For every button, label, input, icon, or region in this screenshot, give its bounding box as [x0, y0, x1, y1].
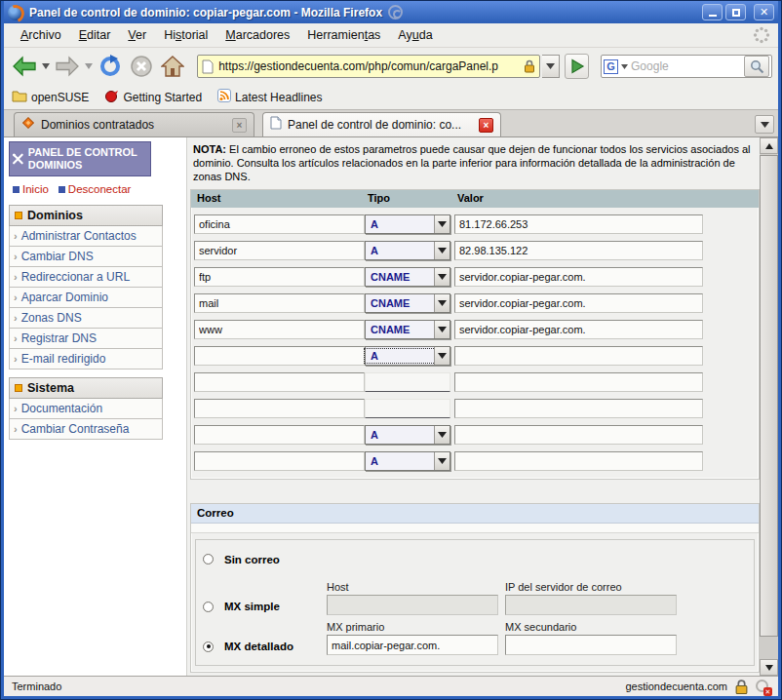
tipo-select[interactable]: A: [365, 346, 450, 366]
sidebar-item-cambiar-contrasena[interactable]: ›Cambiar Contraseña: [9, 419, 163, 440]
sidebar-item-administrar-contactos[interactable]: ›Administrar Contactos: [9, 226, 163, 247]
tipo-select[interactable]: A: [365, 214, 450, 234]
url-input[interactable]: [218, 59, 519, 73]
menu-ayuda[interactable]: Ayuda: [389, 25, 441, 45]
sidebar-item-cambiar-dns[interactable]: ›Cambiar DNS: [9, 247, 163, 267]
tab-panel-de-control-de-dominio-co[interactable]: Panel de control de dominio: co...×: [262, 112, 501, 136]
radio-sin-correo[interactable]: [203, 554, 214, 564]
tipo-select[interactable]: [365, 372, 450, 392]
radio-mx-simple[interactable]: [203, 602, 214, 612]
tipo-select[interactable]: CNAME: [365, 267, 450, 287]
search-box[interactable]: G: [601, 55, 772, 78]
host-input[interactable]: [194, 399, 365, 418]
radio-mx-detallado[interactable]: [203, 642, 214, 652]
valor-input[interactable]: [454, 372, 703, 392]
valor-input[interactable]: [454, 267, 703, 287]
tipo-select[interactable]: A: [365, 451, 450, 471]
site-error-icon[interactable]: ✕: [756, 680, 770, 694]
mx-secundario-input[interactable]: [505, 635, 677, 655]
valor-input[interactable]: [454, 451, 703, 471]
sidebar-item-email-redirigido[interactable]: ›E-mail redirigido: [9, 349, 163, 369]
tab-bar: Dominios contratados×Panel de control de…: [4, 110, 778, 137]
sidebar-section-header: Sistema: [9, 377, 163, 399]
scrollbar-thumb[interactable]: [760, 155, 778, 637]
valor-input[interactable]: [454, 425, 703, 445]
scroll-up-button[interactable]: [760, 137, 778, 154]
forward-button[interactable]: [53, 52, 82, 82]
scroll-down-button[interactable]: [760, 659, 778, 676]
host-input[interactable]: [194, 241, 365, 260]
chevron-right-icon: ›: [14, 403, 18, 414]
padlock-icon[interactable]: [735, 680, 748, 694]
tipo-select-value: CNAME: [366, 271, 434, 283]
bookmark-opensuse[interactable]: openSUSE: [12, 90, 89, 105]
menu-historial[interactable]: Historial: [155, 25, 216, 45]
host-input[interactable]: [194, 451, 365, 471]
forward-dropdown[interactable]: [84, 52, 93, 82]
field-label: MX primario: [327, 621, 505, 633]
tab-dominios-contratados[interactable]: Dominios contratados×: [14, 112, 254, 136]
stop-button[interactable]: [127, 52, 156, 82]
host-input[interactable]: [327, 595, 498, 615]
bookmark-latest-headlines[interactable]: Latest Headlines: [217, 89, 322, 105]
sidebar-item-redireccionar-a-url[interactable]: ›Redireccionar a URL: [9, 267, 163, 288]
maximize-icon: [732, 9, 740, 17]
tipo-select[interactable]: A: [365, 425, 450, 445]
tipo-select[interactable]: CNAME: [365, 320, 450, 339]
valor-input[interactable]: [454, 346, 703, 366]
menu-marcadores[interactable]: Marcadores: [216, 25, 298, 45]
reload-button[interactable]: [95, 52, 124, 82]
menubar: ArchivoEditarVerHistorialMarcadoresHerra…: [4, 23, 778, 48]
valor-input[interactable]: [454, 241, 703, 260]
url-bar[interactable]: [197, 55, 540, 78]
host-input[interactable]: [194, 293, 365, 313]
menu-herramientas[interactable]: Herramientas: [298, 25, 389, 45]
field-label: MX secundario: [505, 621, 684, 633]
sidebar-item-aparcar-dominio[interactable]: ›Aparcar Dominio: [9, 288, 163, 308]
go-button[interactable]: [565, 54, 589, 79]
correo-section-title: Correo: [191, 504, 759, 524]
tab-close-icon[interactable]: ×: [479, 118, 493, 133]
tipo-select[interactable]: CNAME: [365, 293, 450, 313]
sidebar-item-registrar-dns[interactable]: ›Registrar DNS: [9, 329, 163, 349]
home-button[interactable]: [158, 52, 187, 82]
host-input[interactable]: [194, 425, 365, 445]
sidebar-item-documentacion[interactable]: ›Documentación: [9, 399, 163, 419]
mx-primario-input[interactable]: [327, 635, 498, 655]
maximize-button[interactable]: [725, 4, 746, 20]
close-button[interactable]: ✕: [754, 4, 774, 20]
menu-editar[interactable]: Editar: [70, 25, 120, 45]
valor-input[interactable]: [454, 214, 703, 234]
bookmark-getting-started[interactable]: Getting Started: [104, 90, 202, 105]
back-button[interactable]: [10, 52, 39, 82]
vertical-scrollbar[interactable]: [760, 137, 778, 676]
search-button[interactable]: [744, 56, 769, 77]
ip-del-servidor-de-correo-input[interactable]: [505, 595, 677, 615]
host-input[interactable]: [194, 214, 365, 234]
sidebar-item-zonas-dns[interactable]: ›Zonas DNS: [9, 308, 163, 329]
tab-close-icon[interactable]: ×: [232, 118, 247, 133]
url-history-dropdown[interactable]: [542, 55, 560, 78]
sidebar-link-inicio[interactable]: Inicio: [13, 183, 49, 195]
sidebar-link-desconectar[interactable]: Desconectar: [59, 183, 132, 195]
valor-input[interactable]: [454, 399, 703, 418]
sidebar-panel-header: PANEL DE CONTROL DOMINIOS: [9, 141, 151, 176]
menu-ver[interactable]: Ver: [119, 25, 155, 45]
menu-archivo[interactable]: Archivo: [12, 25, 70, 45]
search-engine-dropdown[interactable]: [621, 64, 628, 69]
search-input[interactable]: [631, 59, 741, 73]
sidebar-item-label: Zonas DNS: [21, 311, 82, 325]
tipo-select[interactable]: [365, 399, 450, 418]
valor-input[interactable]: [454, 320, 703, 339]
tipo-select[interactable]: A: [365, 241, 450, 260]
host-input[interactable]: [194, 346, 365, 366]
valor-input[interactable]: [454, 293, 703, 313]
sidebar-item-label: Registrar DNS: [21, 331, 97, 345]
list-all-tabs-button[interactable]: [755, 115, 774, 134]
status-site: gestiondecuenta.com: [625, 681, 727, 692]
host-input[interactable]: [194, 320, 365, 339]
host-input[interactable]: [194, 267, 365, 287]
host-input[interactable]: [194, 372, 365, 392]
back-dropdown[interactable]: [41, 52, 50, 82]
minimize-button[interactable]: [702, 4, 723, 20]
